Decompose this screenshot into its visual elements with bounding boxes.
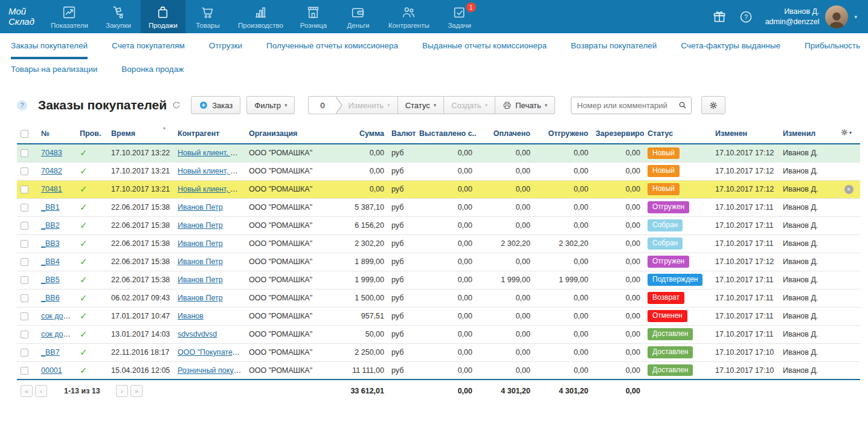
row-checkbox[interactable] — [21, 294, 28, 302]
table-row[interactable]: _ВВ3 ✓ 22.06.2017 15:38 Иванов Петр ООО … — [17, 234, 860, 253]
nav-item[interactable]: Контрагенты — [381, 0, 437, 33]
select-all-checkbox[interactable] — [21, 130, 28, 138]
tab[interactable]: Полученные отчеты комиссионера — [266, 36, 398, 59]
pagination-last-button[interactable]: » — [130, 385, 143, 397]
order-number-link[interactable]: _ВВ4 — [41, 257, 60, 266]
status-badge[interactable]: Новый — [648, 165, 680, 176]
order-number-link[interactable]: _ВВ1 — [41, 203, 60, 212]
order-number-link[interactable]: _ВВ7 — [41, 348, 60, 357]
help-icon[interactable] — [739, 10, 753, 24]
status-badge[interactable]: Доставлен — [648, 328, 693, 340]
table-row[interactable]: _ВВ4 ✓ 22.06.2017 15:38 Иванов Петр ООО … — [17, 253, 860, 271]
col-settings[interactable]: ▾ — [837, 125, 860, 144]
pagination-first-button[interactable]: « — [21, 385, 33, 397]
new-order-button[interactable]: Заказ — [191, 96, 240, 114]
edit-button[interactable]: Изменить▾ — [335, 96, 397, 114]
nav-item[interactable]: Производство — [230, 0, 291, 33]
nav-item[interactable]: Закупки — [96, 0, 141, 33]
tab[interactable]: Счета-фактуры выданные — [681, 36, 780, 59]
status-button[interactable]: Статус▾ — [397, 96, 445, 114]
nav-item[interactable]: Задачи 1 — [437, 0, 482, 33]
tab[interactable]: Заказы покупателей — [11, 36, 88, 59]
table-row[interactable]: _ВВ5 ✓ 22.06.2017 15:38 Иванов Петр ООО … — [17, 271, 860, 289]
table-row[interactable]: сок добр... ✓ 17.01.2017 10:47 Иванов ОО… — [17, 307, 860, 325]
row-checkbox[interactable] — [21, 186, 28, 193]
order-number-link[interactable]: 70483 — [41, 149, 62, 157]
table-row[interactable]: _ВВ6 ✓ 06.02.2017 09:43 Иванов Петр ООО … — [17, 289, 860, 307]
counterparty-link[interactable]: sdvsdvdvsd — [178, 330, 217, 338]
order-number-link[interactable]: _ВВ3 — [41, 239, 60, 248]
order-number-link[interactable]: 70482 — [41, 167, 62, 175]
table-row[interactable]: _ВВ1 ✓ 22.06.2017 15:38 Иванов Петр ООО … — [17, 198, 860, 216]
row-checkbox[interactable] — [21, 312, 28, 320]
nav-item[interactable]: Показатели — [43, 0, 96, 33]
counterparty-link[interactable]: ООО "Покупатель" — [178, 348, 243, 357]
table-row[interactable]: _ВВ7 ✓ 22.11.2016 18:17 ООО "Покупатель"… — [17, 343, 860, 361]
col-time[interactable]: Время▾ — [108, 125, 174, 144]
filter-button[interactable]: Фильтр▾ — [246, 96, 295, 114]
tab[interactable]: Отгрузки — [209, 36, 242, 59]
row-checkbox[interactable] — [21, 167, 28, 175]
avatar[interactable] — [825, 5, 848, 28]
create-button[interactable]: Создать▾ — [443, 96, 495, 114]
row-checkbox[interactable] — [21, 258, 28, 266]
col-paid[interactable]: Оплачено — [476, 125, 534, 144]
search-icon[interactable] — [678, 100, 687, 110]
status-badge[interactable]: Собран — [648, 238, 683, 249]
col-approved[interactable]: Пров. — [76, 125, 108, 144]
table-row[interactable]: 70483 ✓ 17.10.2017 13:22 Новый клиент, и… — [17, 144, 860, 162]
pagination-next-button[interactable]: › — [116, 385, 128, 397]
row-checkbox[interactable] — [21, 331, 28, 338]
counterparty-link[interactable]: Новый клиент, источ... — [178, 149, 245, 157]
tab[interactable]: Товары на реализации — [11, 59, 97, 83]
counterparty-link[interactable]: Иванов Петр — [178, 276, 223, 284]
user-menu[interactable]: Иванов Д. admin@denzzel ▾ — [765, 5, 857, 28]
close-row-icon[interactable]: × — [844, 185, 854, 194]
row-checkbox[interactable] — [21, 276, 28, 284]
status-badge[interactable]: Новый — [648, 183, 680, 195]
settings-button[interactable] — [701, 96, 725, 114]
status-badge[interactable]: Доставлен — [648, 364, 693, 376]
table-row[interactable]: _ВВ2 ✓ 22.06.2017 15:38 Иванов Петр ООО … — [17, 216, 860, 234]
col-organization[interactable]: Организация — [245, 125, 333, 144]
order-number-link[interactable]: _ВВ6 — [41, 294, 60, 302]
table-row[interactable]: сок добр... ✓ 13.01.2017 14:03 sdvsdvdvs… — [17, 325, 860, 343]
print-button[interactable]: Печать▾ — [495, 96, 555, 114]
counterparty-link[interactable]: Иванов Петр — [178, 203, 223, 212]
nav-item[interactable]: Деньги — [336, 0, 381, 33]
col-changed-by[interactable]: Изменил — [779, 125, 837, 144]
col-changed[interactable]: Изменен — [712, 125, 779, 144]
tab[interactable]: Счета покупателям — [112, 36, 185, 59]
search-input[interactable] — [571, 97, 692, 114]
row-checkbox[interactable] — [21, 349, 28, 357]
row-checkbox[interactable] — [21, 204, 28, 212]
tab[interactable]: Прибыльность — [805, 36, 860, 59]
tab[interactable]: Выданные отчеты комиссионера — [422, 36, 547, 59]
order-number-link[interactable]: _ВВ2 — [41, 221, 60, 230]
counterparty-link[interactable]: Иванов Петр — [178, 221, 223, 230]
nav-item[interactable]: Товары — [185, 0, 230, 33]
table-row[interactable]: 70481 ✓ 17.10.2017 13:21 Новый клиент, и… — [17, 180, 860, 198]
table-row[interactable]: 00001 ✓ 15.04.2016 12:05 Розничный покуп… — [17, 361, 860, 380]
status-badge[interactable]: Собран — [648, 219, 683, 231]
tab[interactable]: Возвраты покупателей — [571, 36, 657, 59]
counterparty-link[interactable]: Иванов Петр — [178, 294, 223, 302]
status-badge[interactable]: Возврат — [648, 292, 684, 303]
order-number-link[interactable]: сок добр... — [41, 330, 76, 338]
gift-icon[interactable] — [712, 10, 727, 24]
col-sum[interactable]: Сумма — [333, 125, 388, 144]
nav-item[interactable]: Розница — [291, 0, 336, 33]
refresh-icon[interactable] — [172, 100, 181, 110]
status-badge[interactable]: Новый — [648, 147, 680, 159]
order-number-link[interactable]: 00001 — [41, 366, 62, 375]
col-counterparty[interactable]: Контрагент — [174, 125, 245, 144]
status-badge[interactable]: Отгружен — [648, 256, 689, 267]
order-number-link[interactable]: сок добр... — [41, 312, 76, 320]
col-currency[interactable]: Валюта — [388, 125, 416, 144]
page-help-icon[interactable]: ? — [17, 100, 27, 111]
counterparty-link[interactable]: Иванов Петр — [178, 239, 223, 248]
order-number-link[interactable]: 70481 — [41, 185, 62, 193]
counterparty-link[interactable]: Новый клиент, источ... — [178, 185, 245, 193]
status-badge[interactable]: Доставлен — [648, 346, 693, 358]
order-number-link[interactable]: _ВВ5 — [41, 276, 60, 284]
